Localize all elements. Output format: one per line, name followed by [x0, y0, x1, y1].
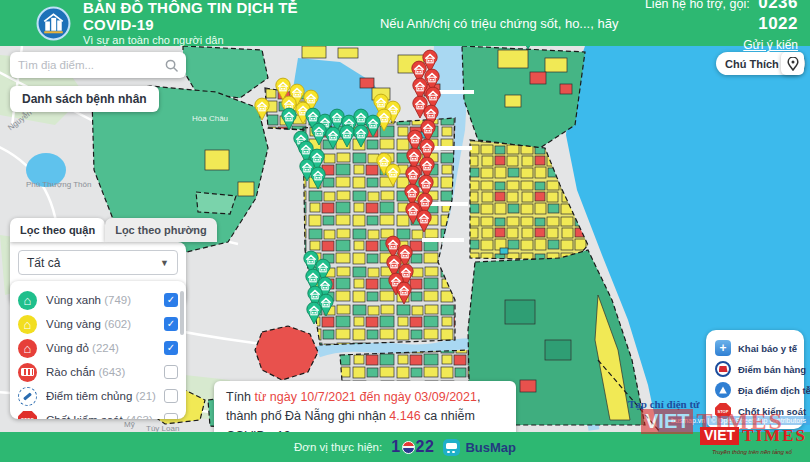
quick-action-label: Địa điểm dịch tễ — [738, 385, 810, 396]
legend-item: Điểm tiêm chủng (21) — [18, 385, 178, 407]
legend-item: Vùng đỏ (224) — [18, 337, 178, 359]
footer-label: Đơn vị thực hiện: — [294, 441, 382, 453]
legend-label: Vùng xanh (749) — [46, 294, 164, 306]
legend-checkbox[interactable] — [164, 341, 178, 355]
patient-list-button[interactable]: Danh sách bệnh nhân — [10, 86, 159, 112]
quick-action-label: Khai báo y tế — [738, 343, 797, 354]
barrier-icon — [18, 363, 37, 382]
legend-count: (643) — [98, 366, 125, 378]
page-subtitle: Vì sự an toàn cho người dân — [83, 34, 346, 47]
legend-label: Chốt kiểm soát (463) — [46, 414, 164, 419]
vaccination-icon — [18, 387, 37, 406]
legend-item: Vùng xanh (749) — [18, 289, 178, 311]
summary-date-range: từ ngày 10/7/2021 đến ngày 03/09/2021 — [255, 390, 477, 404]
feedback-link[interactable]: Gửi ý kiến — [743, 38, 798, 53]
support-label: Liên hệ hỗ trợ, gọi: — [645, 0, 750, 11]
district-select[interactable]: Tất cả ▼ — [18, 250, 178, 275]
legend-list: Vùng xanh (749)Vùng vàng (602)Vùng đỏ (2… — [18, 289, 178, 419]
legend-checkbox[interactable] — [164, 317, 178, 331]
place-label: Hòa Châu — [192, 114, 228, 123]
chevron-down-icon: ▼ — [160, 258, 169, 268]
watermark-viet: VIET — [700, 427, 739, 445]
logo-1022-circle-icon — [402, 441, 415, 454]
tab-filter-ward[interactable]: Lọc theo phường — [105, 218, 217, 242]
covid-map-app: #pins use{stroke-width:.9} .pin-red{fill… — [0, 0, 810, 462]
support-phone: 0236 1022 — [758, 0, 798, 33]
announcement-text: Nếu Anh/chị có triệu chứng sốt, ho..., h… — [380, 16, 619, 31]
location-pin-icon — [787, 57, 799, 71]
busmap-name: BusMap — [465, 440, 516, 455]
legend-checkbox[interactable] — [164, 365, 178, 379]
red-zone-icon — [18, 339, 37, 358]
yellow-zone-icon — [18, 315, 37, 334]
legend-checkbox[interactable] — [164, 389, 178, 403]
market-icon — [715, 361, 731, 377]
logo-1022: 122 — [391, 438, 434, 456]
legend-count: (602) — [104, 318, 131, 330]
watermark-viet: VIET — [641, 409, 693, 434]
search-placeholder: Tìm địa điểm... — [18, 59, 165, 71]
legend-toggle-label: Chú Thích — [725, 58, 779, 70]
legend-label: Điểm tiêm chủng (21) — [46, 390, 164, 402]
quick-action-epidemic-location[interactable]: Địa điểm dịch tễ — [715, 380, 795, 400]
watermark-viettimes-small: VIET TIMES — [700, 426, 807, 446]
app-logo — [36, 6, 71, 41]
logo-busmap: BusMap — [443, 439, 516, 456]
checkpoint-icon — [18, 411, 37, 420]
district-select-value: Tất cả — [27, 256, 60, 270]
legend-count: (749) — [104, 294, 131, 306]
epidemic-location-icon — [715, 382, 731, 398]
search-input[interactable]: Tìm địa điểm... — [10, 52, 186, 78]
legend-item: Rào chắn (643) — [18, 361, 178, 383]
legend-panel: Vùng xanh (749)Vùng vàng (602)Vùng đỏ (2… — [10, 281, 186, 419]
locate-button[interactable] — [781, 52, 804, 75]
legend-item: Vùng vàng (602) — [18, 313, 178, 335]
legend-item: Chốt kiểm soát (463) — [18, 409, 178, 419]
summary-case-count: 4.146 — [389, 409, 420, 423]
tab-filter-district[interactable]: Lọc theo quận — [10, 218, 105, 242]
legend-count: (224) — [92, 342, 119, 354]
place-label: Phú Thượng Thôn — [26, 180, 91, 189]
watermark-tagline: Truyền thông trên nền tảng số — [712, 449, 792, 455]
search-icon — [165, 59, 178, 72]
green-zone-icon — [18, 291, 37, 310]
bus-icon — [443, 439, 460, 456]
page-title: BẢN ĐỒ THÔNG TIN DỊCH TỄ COVID-19 — [83, 0, 346, 33]
legend-label: Vùng vàng (602) — [46, 318, 164, 330]
legend-checkbox[interactable] — [164, 413, 178, 419]
legend-count: (21) — [135, 390, 155, 402]
place-label: Mỹ — [124, 420, 135, 429]
legend-count: (463) — [126, 414, 153, 419]
footer-bar: Đơn vị thực hiện: 122 BusMap — [0, 432, 810, 462]
legend-scrollbar[interactable] — [180, 291, 184, 335]
watermark-times: TIMES — [742, 426, 807, 446]
legend-checkbox[interactable] — [164, 293, 178, 307]
app-header: BẢN ĐỒ THÔNG TIN DỊCH TỄ COVID-19 Vì sự … — [0, 0, 810, 46]
filter-tabs: Lọc theo quận Lọc theo phường — [10, 218, 217, 242]
health-declaration-icon — [715, 340, 731, 356]
summary-prefix: Tính — [226, 390, 255, 404]
quick-action-health-declaration[interactable]: Khai báo y tế — [715, 338, 795, 358]
legend-label: Rào chắn (643) — [46, 366, 164, 378]
quick-action-label: Điểm bán hàng — [738, 364, 806, 375]
quick-action-market[interactable]: Điểm bán hàng — [715, 359, 795, 379]
legend-label: Vùng đỏ (224) — [46, 342, 164, 354]
